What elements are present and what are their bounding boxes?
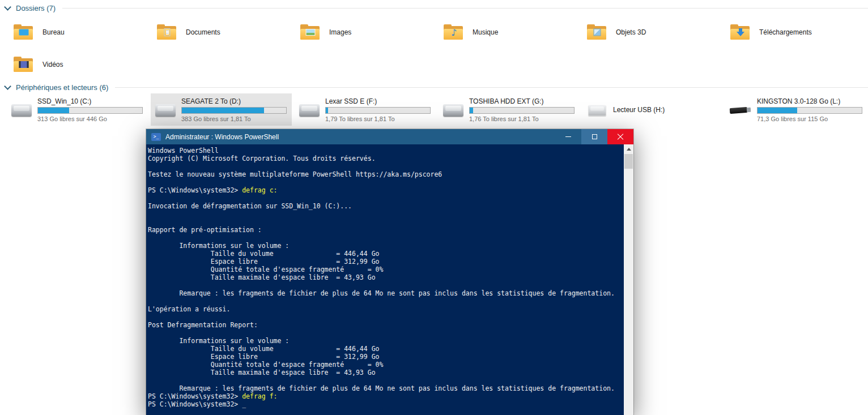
maximize-button[interactable] — [581, 129, 607, 144]
console-scrollbar[interactable] — [624, 144, 633, 415]
drive-free-space: 1,76 To libres sur 1,81 To — [469, 115, 578, 122]
folder-item-telechargements[interactable]: Téléchargements — [726, 16, 868, 48]
drive-usage-fill — [470, 108, 473, 113]
close-icon — [617, 134, 624, 140]
folder-icon — [157, 24, 177, 40]
drive-name: KINGSTON 3.0-128 Go (L:) — [757, 97, 866, 105]
usb-stick-icon — [730, 102, 752, 118]
group-divider — [115, 87, 868, 88]
folder-item-musique[interactable]: Musique — [439, 16, 582, 48]
folder-icon — [14, 24, 34, 40]
drive-item-f[interactable]: Lexar SSD E (F:) 1,79 To libres sur 1,81… — [295, 93, 436, 126]
folder-item-videos[interactable]: Vidéos — [9, 48, 152, 80]
maximize-icon — [592, 134, 597, 139]
minimize-icon — [565, 136, 571, 137]
drive-usage-bar — [469, 107, 575, 114]
powershell-icon — [151, 133, 161, 141]
videos-folder-icon — [19, 61, 29, 68]
folder-label: Objets 3D — [616, 28, 646, 36]
drive-usage-fill — [758, 108, 797, 113]
folders-group-label[interactable]: Dossiers (7) — [16, 4, 56, 12]
drive-free-space: 383 Go libres sur 1,81 To — [181, 115, 291, 122]
drive-free-space: 71,3 Go libres sur 115 Go — [757, 115, 866, 122]
desktop-folder-icon — [19, 29, 29, 36]
chevron-down-icon[interactable] — [4, 3, 11, 11]
folder-label: Vidéos — [42, 61, 63, 69]
usb-drive-icon — [588, 103, 607, 117]
folder-icon — [444, 24, 464, 40]
documents-folder-icon — [164, 28, 171, 36]
scrollbar-up-button[interactable] — [624, 144, 633, 154]
drives-group-header: Périphériques et lecteurs (6) — [0, 82, 868, 93]
drive-usage-fill — [326, 108, 328, 113]
folder-item-images[interactable]: Images — [296, 16, 439, 48]
drive-item-g[interactable]: TOSHIBA HDD EXT (G:) 1,76 To libres sur … — [439, 93, 580, 126]
drives-group-label[interactable]: Périphériques et lecteurs (6) — [16, 83, 108, 92]
drive-usage-fill — [182, 108, 264, 113]
hard-drive-icon — [298, 102, 321, 118]
drives-grid: SSD_Win_10 (C:) 313 Go libres sur 446 Go… — [7, 93, 868, 127]
downloads-folder-icon — [739, 28, 742, 32]
drive-name: SEAGATE 2 To (D:) — [181, 97, 291, 105]
close-button[interactable] — [607, 129, 633, 144]
console-output: Windows PowerShellCopyright (C) Microsof… — [148, 147, 623, 408]
folder-icon — [14, 57, 34, 72]
drive-usage-bar — [181, 107, 287, 114]
drive-item-h[interactable]: Lecteur USB (H:) — [582, 93, 724, 126]
folder-label: Téléchargements — [759, 28, 812, 36]
drive-name: SSD_Win_10 (C:) — [37, 97, 147, 105]
drive-item-l[interactable]: KINGSTON 3.0-128 Go (L:) 71,3 Go libres … — [726, 93, 867, 126]
folders-grid: Bureau Documents Images Musique — [9, 16, 868, 80]
drive-usage-bar — [37, 107, 143, 114]
group-divider — [62, 8, 868, 8]
folder-icon — [730, 24, 751, 40]
powershell-titlebar[interactable]: Administrateur : Windows PowerShell — [146, 129, 633, 144]
drive-name: TOSHIBA HDD EXT (G:) — [469, 97, 578, 105]
folder-label: Bureau — [42, 28, 65, 36]
drive-item-c[interactable]: SSD_Win_10 (C:) 313 Go libres sur 446 Go — [7, 93, 148, 126]
pictures-folder-icon — [306, 29, 316, 36]
drive-free-space: 313 Go libres sur 446 Go — [37, 115, 147, 122]
folder-label: Musique — [473, 28, 498, 36]
scroll-up-icon — [627, 146, 631, 151]
folder-icon — [587, 24, 607, 40]
music-folder-icon — [451, 27, 457, 38]
hard-drive-icon — [154, 102, 177, 118]
drive-usage-bar — [757, 107, 862, 114]
3d-objects-folder-icon — [594, 29, 601, 36]
drive-free-space: 1,79 To libres sur 1,81 To — [325, 115, 435, 122]
minimize-button[interactable] — [555, 129, 581, 144]
drive-item-d[interactable]: SEAGATE 2 To (D:) 383 Go libres sur 1,81… — [151, 93, 292, 126]
folders-group-header: Dossiers (7) — [0, 2, 868, 14]
folder-item-bureau[interactable]: Bureau — [9, 16, 152, 48]
drive-name: Lexar SSD E (F:) — [325, 97, 435, 105]
drive-usage-fill — [38, 108, 69, 113]
powershell-window: Administrateur : Windows PowerShell Wind… — [146, 129, 633, 415]
folder-icon — [300, 24, 321, 40]
folder-item-objets-3d[interactable]: Objets 3D — [582, 16, 726, 48]
folder-label: Images — [329, 28, 351, 36]
window-title: Administrateur : Windows PowerShell — [165, 133, 555, 141]
folder-label: Documents — [186, 28, 220, 36]
hard-drive-icon — [10, 102, 33, 118]
drive-name: Lecteur USB (H:) — [613, 106, 722, 114]
scrollbar-thumb[interactable] — [624, 154, 633, 169]
chevron-down-icon[interactable] — [4, 83, 11, 90]
drive-usage-bar — [325, 107, 431, 114]
hard-drive-icon — [442, 102, 465, 118]
folder-item-documents[interactable]: Documents — [152, 16, 296, 48]
powershell-console[interactable]: Windows PowerShellCopyright (C) Microsof… — [146, 144, 633, 415]
